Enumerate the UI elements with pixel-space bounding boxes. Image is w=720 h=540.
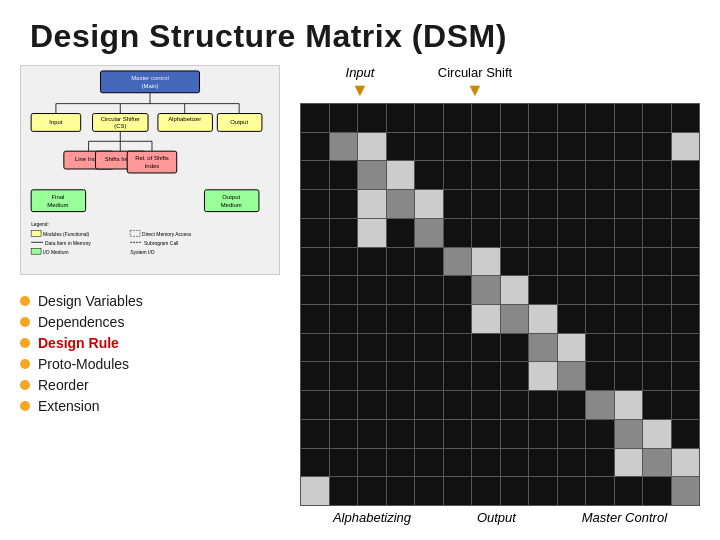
dsm-cell [387,449,415,477]
dsm-cell [643,362,671,390]
dsm-cell [472,334,500,362]
left-panel: Master control (Main) Input Circular Shi… [20,65,290,525]
dsm-cell [615,104,643,132]
svg-rect-39 [130,230,140,236]
dsm-cell [615,334,643,362]
svg-text:Final: Final [51,194,64,200]
dsm-cell [501,133,529,161]
dsm-cell [586,391,614,419]
dsm-cell [387,420,415,448]
dsm-cell [301,391,329,419]
svg-text:Circular Shifter: Circular Shifter [101,116,140,122]
list-item: Design Rule [20,335,290,351]
dsm-cell [672,477,700,505]
dsm-cell [472,219,500,247]
dsm-cell [672,190,700,218]
dsm-cell [586,190,614,218]
dsm-cell [301,104,329,132]
dsm-cell [358,133,386,161]
diagram-area: Master control (Main) Input Circular Shi… [20,65,280,275]
dsm-cell [387,104,415,132]
item-text: Extension [38,398,99,414]
bullet-dot [20,359,30,369]
dsm-cell [643,276,671,304]
svg-text:Legend:: Legend: [31,222,49,227]
dsm-cell [387,161,415,189]
dsm-cell [330,449,358,477]
bullet-dot [20,338,30,348]
dsm-cell [558,219,586,247]
dsm-cell [301,248,329,276]
dsm-cell [643,219,671,247]
dsm-cell [615,248,643,276]
dsm-cell [330,248,358,276]
dsm-cell [529,477,557,505]
dsm-cell [501,334,529,362]
dsm-cell [472,161,500,189]
dsm-cell [558,449,586,477]
dsm-cell [643,420,671,448]
dsm-grid [300,103,700,506]
bullet-dot [20,296,30,306]
dsm-cell [615,391,643,419]
dsm-cell [586,276,614,304]
dsm-cell [301,477,329,505]
list-item: Extension [20,398,290,414]
header: Design Structure Matrix (DSM) [0,0,720,65]
dsm-cell [586,161,614,189]
dsm-cell [444,420,472,448]
dsm-cell [444,161,472,189]
dsm-cell [672,334,700,362]
main-content: Master control (Main) Input Circular Shi… [0,65,720,525]
dsm-cell [444,248,472,276]
svg-text:Medium: Medium [221,202,242,208]
dsm-cell [444,104,472,132]
dsm-cell [672,219,700,247]
dsm-cell [615,477,643,505]
svg-text:Direct Memory Access: Direct Memory Access [142,232,192,237]
right-panel: Input ▼ Circular Shift ▼ Alphabetizing O… [300,65,700,525]
dsm-cell [444,219,472,247]
dsm-cell [330,391,358,419]
dsm-cell [415,219,443,247]
dsm-cell [615,161,643,189]
dsm-cell [558,104,586,132]
dsm-cell [301,420,329,448]
dsm-cell [472,104,500,132]
svg-text:Rel. of Shifts: Rel. of Shifts [135,155,169,161]
dsm-cell [501,420,529,448]
dsm-cell [472,133,500,161]
dsm-cell [643,248,671,276]
dsm-cell [472,391,500,419]
dsm-cell [301,305,329,333]
dsm-cell [415,362,443,390]
dsm-cell [529,104,557,132]
dsm-cell [330,276,358,304]
dsm-cell [501,305,529,333]
dsm-cell [501,161,529,189]
dsm-cell [358,219,386,247]
dsm-cell [643,133,671,161]
svg-text:Input: Input [49,119,63,125]
bullet-dot [20,380,30,390]
dsm-cell [558,420,586,448]
dsm-cell [672,362,700,390]
svg-text:Index: Index [145,163,160,169]
dsm-cell [501,276,529,304]
dsm-cell [643,334,671,362]
svg-text:Data Item in Memory: Data Item in Memory [45,241,91,246]
list-item: Reorder [20,377,290,393]
item-text: Reorder [38,377,89,393]
dsm-cell [301,190,329,218]
dsm-cell [643,391,671,419]
dsm-cell [358,334,386,362]
bottom-labels: Alphabetizing Output Master Control [300,510,700,525]
input-arrow: ▼ [351,80,369,101]
dsm-cell [358,190,386,218]
svg-text:Master control: Master control [131,75,169,81]
svg-rect-45 [31,248,41,254]
dsm-cell [387,334,415,362]
dsm-cell [387,391,415,419]
dsm-cell [558,190,586,218]
dsm-cell [615,276,643,304]
